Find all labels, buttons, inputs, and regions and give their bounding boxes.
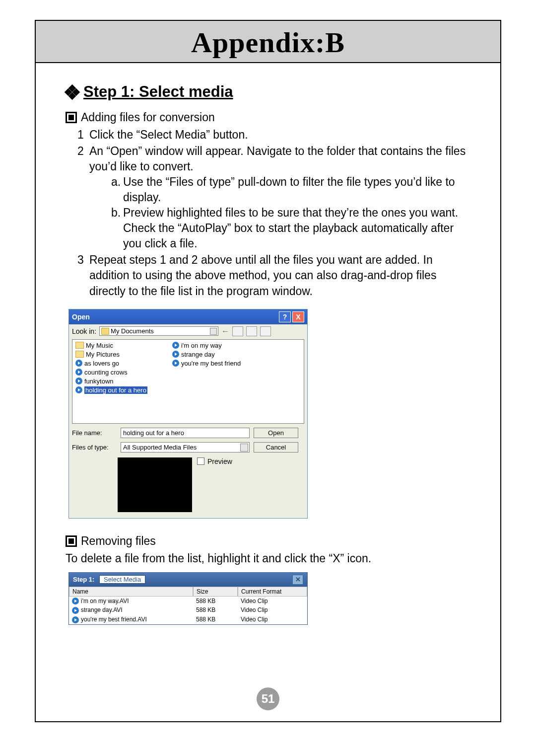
preview-checkbox[interactable] [197, 457, 204, 465]
select-media-button[interactable]: Select Media [99, 575, 145, 584]
new-folder-icon[interactable] [246, 326, 257, 336]
help-icon[interactable]: ? [279, 311, 291, 322]
media-list-title: Step 1: [73, 576, 94, 583]
filename-input[interactable] [121, 428, 250, 438]
media-file-icon [72, 616, 79, 623]
square-bullet-icon [66, 112, 77, 123]
close-icon[interactable]: X [292, 311, 304, 322]
substep-item: Use the “Files of type” pull-down to fil… [111, 174, 470, 205]
appendix-header: Appendix:B [36, 21, 500, 63]
media-file-icon [75, 386, 82, 393]
media-table: Name Size Current Format i'm on my way.A… [69, 587, 307, 624]
lookin-combo[interactable]: My Documents [99, 326, 218, 336]
adding-step-list: Click the “Select Media” button. An “Ope… [66, 127, 470, 299]
diamond-bullet-icon [66, 85, 78, 98]
substep-list: Use the “Files of type” pull-down to fil… [89, 174, 470, 251]
folder-icon [75, 342, 84, 349]
media-file-icon [172, 360, 179, 367]
media-file-icon [75, 378, 82, 384]
page-number: 51 [257, 687, 279, 710]
removing-text: To delete a file from the list, highligh… [66, 551, 470, 566]
media-file-icon [75, 369, 82, 376]
preview-label: Preview [207, 457, 232, 465]
file-browser-area[interactable]: My Music My Pictures as lovers go counti… [72, 339, 304, 424]
removing-heading: Removing files [81, 533, 156, 549]
media-list-panel: Step 1: Select Media ✕ Name Size Current… [68, 572, 308, 625]
media-file-icon [172, 342, 179, 349]
page-title: Appendix:B [36, 26, 500, 59]
media-file-icon [72, 607, 79, 614]
col-name: Name [69, 587, 193, 597]
step-item: An “Open” window will appear. Navigate t… [77, 144, 470, 251]
step-title: Step 1: Select media [83, 83, 233, 101]
col-format: Current Format [238, 587, 307, 597]
selected-file[interactable]: holding out for a hero [84, 386, 147, 394]
media-file-icon [72, 598, 79, 605]
filename-label: File name: [72, 429, 117, 437]
preview-box [118, 457, 192, 512]
view-menu-icon[interactable] [260, 326, 271, 336]
back-icon[interactable]: ← [221, 327, 229, 336]
col-size: Size [193, 587, 238, 597]
cancel-button[interactable]: Cancel [254, 442, 298, 453]
filetype-label: Files of type: [72, 444, 117, 451]
open-dialog: Open ? X Look in: My Documents ← My Musi… [68, 309, 308, 519]
step-item: Click the “Select Media” button. [77, 127, 470, 143]
substep-item: Preview highlighted files to be sure tha… [111, 205, 470, 251]
lookin-label: Look in: [72, 327, 96, 335]
media-file-icon [75, 360, 82, 367]
filetype-combo[interactable]: All Supported Media Files [121, 442, 250, 453]
adding-heading: Adding files for conversion [81, 110, 215, 125]
remove-file-x-icon[interactable]: ✕ [292, 575, 303, 585]
up-folder-icon[interactable] [232, 326, 243, 336]
folder-icon [75, 351, 84, 358]
open-dialog-title: Open [72, 313, 90, 321]
media-file-icon [172, 351, 179, 358]
square-bullet-icon [66, 535, 77, 547]
step-item: Repeat steps 1 and 2 above until all the… [77, 252, 470, 299]
open-dialog-titlebar: Open ? X [69, 309, 307, 324]
open-button[interactable]: Open [254, 428, 298, 438]
